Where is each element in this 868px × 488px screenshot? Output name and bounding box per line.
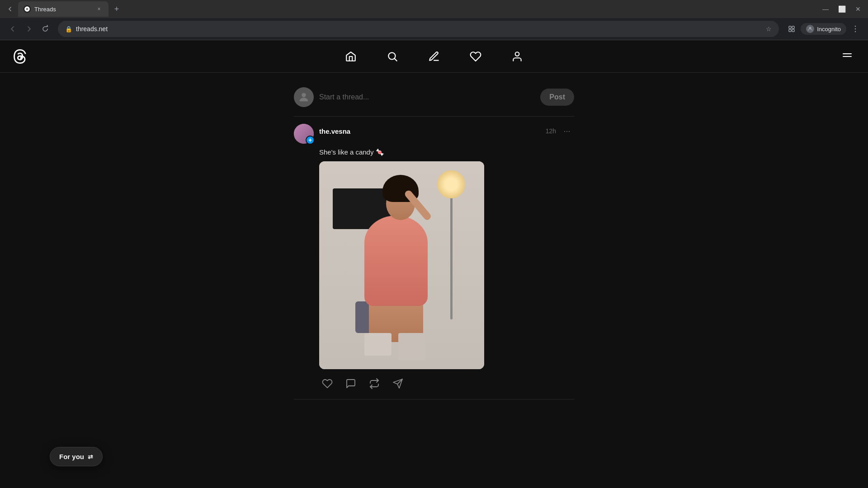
post-username[interactable]: the.vesna xyxy=(319,127,350,135)
for-you-badge[interactable]: For you ⇄ xyxy=(50,447,103,466)
like-btn[interactable] xyxy=(319,375,335,392)
bookmark-icon[interactable]: ☆ xyxy=(766,25,772,33)
post-avatar-container: + xyxy=(294,124,314,144)
share-btn[interactable] xyxy=(390,375,406,392)
close-btn[interactable]: ✕ xyxy=(852,3,864,15)
lamp-stand xyxy=(450,179,453,319)
post-header-row: the.vesna 12h ··· xyxy=(319,124,574,138)
post-content-area: She's like a candy 🍬 xyxy=(294,147,574,392)
lamp-globe xyxy=(437,170,465,198)
svg-point-9 xyxy=(515,52,519,56)
tab-close-btn[interactable]: × xyxy=(95,5,103,13)
post-text: She's like a candy 🍬 xyxy=(319,147,574,157)
browser-toolbar: 🔒 threads.net ☆ Inc xyxy=(0,18,868,40)
window-controls: — ⬜ ✕ xyxy=(819,3,864,15)
svg-rect-0 xyxy=(789,26,791,28)
post-header: + the.vesna 12h ··· xyxy=(294,124,574,144)
post-button[interactable]: Post xyxy=(540,89,574,106)
toolbar-right: Incognito xyxy=(784,22,863,36)
post-item: + the.vesna 12h ··· She's like a can xyxy=(294,117,574,399)
tab-prev-btn[interactable] xyxy=(4,3,16,15)
post-time-container: 12h ··· xyxy=(546,124,574,138)
profile-nav-btn[interactable] xyxy=(507,47,527,66)
composer-avatar xyxy=(294,87,314,107)
active-tab[interactable]: Threads × xyxy=(18,1,108,17)
threads-logo[interactable] xyxy=(11,47,29,66)
lock-icon: 🔒 xyxy=(65,26,72,33)
feed-container: Start a thread... Post + the.vesna xyxy=(294,82,574,488)
post-more-btn[interactable]: ··· xyxy=(560,124,574,138)
svg-rect-1 xyxy=(792,26,794,28)
person-dress xyxy=(364,216,428,306)
post-image[interactable] xyxy=(319,161,484,369)
svg-rect-3 xyxy=(792,29,794,32)
search-nav-btn[interactable] xyxy=(382,47,402,66)
svg-rect-2 xyxy=(789,29,791,32)
app-container: Start a thread... Post + the.vesna xyxy=(0,40,868,488)
browser-tab-bar: Threads × + — ⬜ ✕ xyxy=(0,0,868,18)
comment-btn[interactable] xyxy=(343,375,359,392)
back-btn[interactable] xyxy=(5,22,20,36)
follow-badge[interactable]: + xyxy=(306,136,315,145)
composer-input-placeholder[interactable]: Start a thread... xyxy=(319,93,535,101)
forward-btn[interactable] xyxy=(22,22,36,36)
maximize-btn[interactable]: ⬜ xyxy=(835,3,848,15)
compose-nav-btn[interactable] xyxy=(424,47,444,66)
profile-label: Incognito xyxy=(817,26,841,33)
svg-point-6 xyxy=(855,28,856,29)
refresh-btn[interactable] xyxy=(38,22,52,36)
post-meta: the.vesna 12h ··· xyxy=(319,124,574,138)
menu-btn[interactable] xyxy=(837,47,857,66)
new-tab-btn[interactable]: + xyxy=(110,3,123,15)
heels-right xyxy=(398,333,425,360)
for-you-icon: ⇄ xyxy=(88,453,93,460)
post-actions xyxy=(319,375,574,392)
profile-btn[interactable]: Incognito xyxy=(801,23,846,35)
minimize-btn[interactable]: — xyxy=(819,3,832,15)
activity-nav-btn[interactable] xyxy=(466,47,486,66)
svg-point-7 xyxy=(855,31,856,32)
heels-left xyxy=(364,333,392,356)
svg-point-5 xyxy=(855,26,856,27)
home-nav-btn[interactable] xyxy=(341,47,361,66)
main-content[interactable]: Start a thread... Post + the.vesna xyxy=(0,73,868,488)
for-you-label: For you xyxy=(59,453,84,460)
tab-favicon xyxy=(24,5,31,13)
more-tools-btn[interactable] xyxy=(848,22,863,36)
url-text: threads.net xyxy=(76,25,762,33)
profile-icon xyxy=(806,25,814,33)
nav-icons xyxy=(341,47,527,66)
svg-point-12 xyxy=(302,93,306,97)
post-time: 12h xyxy=(546,127,556,135)
thread-composer: Start a thread... Post xyxy=(294,82,574,117)
tab-title: Threads xyxy=(34,6,91,13)
top-nav xyxy=(0,40,868,73)
address-bar[interactable]: 🔒 threads.net ☆ xyxy=(58,21,779,37)
repost-btn[interactable] xyxy=(366,375,382,392)
browser-chrome: Threads × + — ⬜ ✕ 🔒 threads xyxy=(0,0,868,40)
extensions-btn[interactable] xyxy=(784,22,799,36)
